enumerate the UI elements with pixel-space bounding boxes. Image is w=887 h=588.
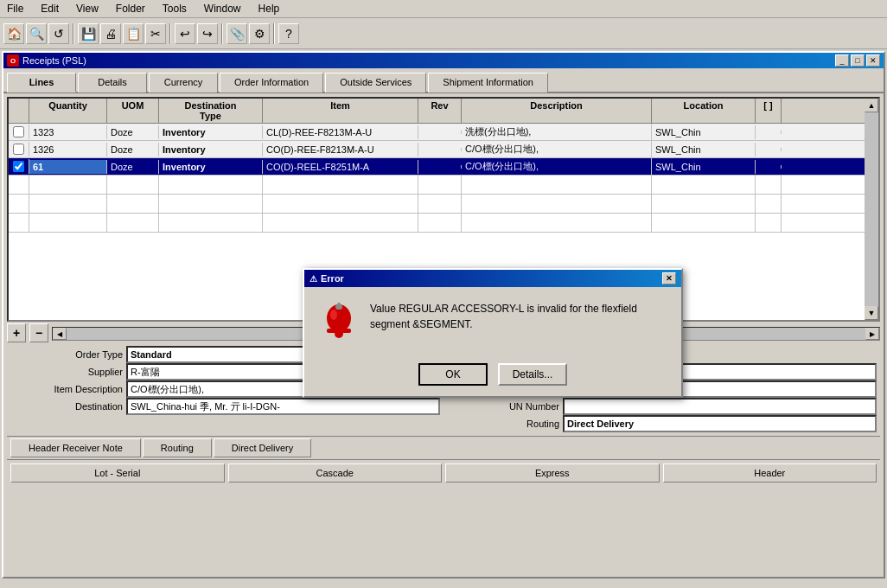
svg-point-5	[330, 310, 337, 320]
dialog-buttons: OK Details...	[304, 356, 681, 396]
error-title-icon: ⚠	[309, 274, 317, 284]
dialog-ok-button[interactable]: OK	[418, 363, 488, 386]
dialog-details-button[interactable]: Details...	[498, 363, 567, 386]
dialog-close-button[interactable]: ✕	[662, 272, 676, 284]
dialog-title-text: Error	[321, 273, 344, 284]
error-message-text: Value REGULAR ACCESSORY-L is invalid for…	[370, 301, 667, 332]
error-dialog: ⚠ Error ✕ Value REGULAR A	[303, 268, 683, 398]
dialog-title-bar: ⚠ Error ✕	[304, 270, 681, 287]
dialog-title-left: ⚠ Error	[309, 273, 344, 284]
svg-rect-2	[327, 329, 351, 333]
dialog-body: Value REGULAR ACCESSORY-L is invalid for…	[304, 287, 681, 356]
error-bell-icon	[318, 301, 360, 342]
dialog-overlay: ⚠ Error ✕ Value REGULAR A	[0, 0, 887, 588]
